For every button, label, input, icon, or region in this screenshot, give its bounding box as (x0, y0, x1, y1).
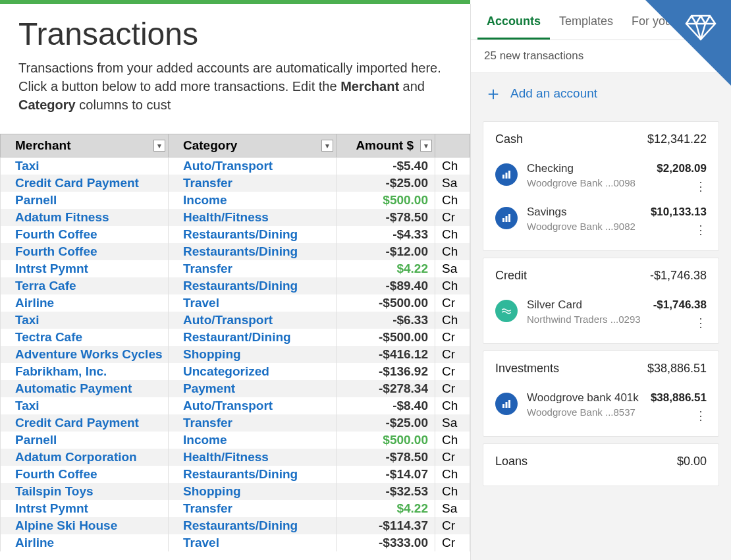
group-total: $38,886.51 (647, 362, 707, 376)
merchant-cell[interactable]: Credit Card Payment (1, 414, 169, 432)
account-row[interactable]: CheckingWoodgrove Bank ...0098$2,208.09⋮ (495, 155, 707, 199)
amount-cell: -$14.07 (337, 466, 435, 483)
merchant-cell[interactable]: Airline (1, 534, 169, 551)
table-row[interactable]: Intrst PymntTransfer$4.22Sa (1, 260, 470, 277)
category-cell[interactable]: Restaurants/Dining (169, 243, 337, 260)
table-row[interactable]: Intrst PymntTransfer$4.22Sa (1, 500, 470, 517)
merchant-cell[interactable]: Fourth Coffee (1, 226, 169, 243)
category-cell[interactable]: Auto/Transport (169, 312, 337, 329)
filter-dropdown-icon[interactable]: ▼ (321, 140, 333, 152)
category-cell[interactable]: Restaurants/Dining (169, 466, 337, 483)
category-cell[interactable]: Travel (169, 294, 337, 312)
merchant-cell[interactable]: Alpine Ski House (1, 517, 169, 534)
account-row[interactable]: SavingsWoodgrove Bank ...9082$10,133.13⋮ (495, 199, 707, 242)
table-row[interactable]: AirlineTravel-$333.00Cr (1, 534, 470, 551)
table-row[interactable]: Fabrikham, Inc.Uncategorized-$136.92Cr (1, 363, 470, 380)
merchant-cell[interactable]: Intrst Pymnt (1, 500, 169, 517)
account-cell: Ch (435, 192, 470, 209)
filter-dropdown-icon[interactable]: ▼ (153, 140, 165, 152)
account-group-card: Loans$0.00 (483, 443, 719, 486)
category-cell[interactable]: Transfer (169, 414, 337, 432)
category-cell[interactable]: Shopping (169, 483, 337, 500)
table-row[interactable]: Fourth CoffeeRestaurants/Dining-$4.33Ch (1, 226, 470, 243)
column-header-amount[interactable]: Amount $ ▼ (337, 134, 435, 157)
account-cell: Cr (435, 449, 470, 466)
merchant-cell[interactable]: Parnell (1, 192, 169, 209)
merchant-cell[interactable]: Credit Card Payment (1, 175, 169, 192)
table-row[interactable]: TaxiAuto/Transport-$5.40Ch (1, 157, 470, 175)
merchant-cell[interactable]: Automatic Payment (1, 380, 169, 397)
category-cell[interactable]: Restaurants/Dining (169, 517, 337, 534)
column-header-category[interactable]: Category ▼ (169, 134, 337, 157)
table-row[interactable]: AirlineTravel-$500.00Cr (1, 294, 470, 312)
merchant-cell[interactable]: Terra Cafe (1, 277, 169, 294)
table-row[interactable]: Adatum CorporationHealth/Fitness-$78.50C… (1, 449, 470, 466)
merchant-cell[interactable]: Adatum Corporation (1, 449, 169, 466)
column-header-account[interactable] (435, 134, 470, 157)
merchant-cell[interactable]: Taxi (1, 312, 169, 329)
merchant-cell[interactable]: Taxi (1, 157, 169, 175)
merchant-cell[interactable]: Fabrikham, Inc. (1, 363, 169, 380)
table-row[interactable]: Tectra CafeRestaurant/Dining-$500.00Cr (1, 329, 470, 346)
account-row[interactable]: Silver CardNorthwind Traders ...0293-$1,… (495, 292, 707, 335)
merchant-cell[interactable]: Tectra Cafe (1, 329, 169, 346)
merchant-cell[interactable]: Fourth Coffee (1, 466, 169, 483)
column-header-merchant[interactable]: Merchant ▼ (1, 134, 169, 157)
category-cell[interactable]: Transfer (169, 260, 337, 277)
category-cell[interactable]: Uncategorized (169, 363, 337, 380)
svg-rect-3 (502, 218, 504, 222)
filter-dropdown-icon[interactable]: ▼ (420, 140, 432, 152)
table-row[interactable]: Alpine Ski HouseRestaurants/Dining-$114.… (1, 517, 470, 534)
more-options-icon[interactable]: ⋮ (695, 181, 707, 192)
account-row[interactable]: Woodgrove bank 401kWoodgrove Bank ...853… (495, 385, 707, 428)
table-row[interactable]: Credit Card PaymentTransfer-$25.00Sa (1, 175, 470, 192)
category-cell[interactable]: Restaurant/Dining (169, 329, 337, 346)
more-options-icon[interactable]: ⋮ (695, 224, 707, 236)
account-group-card: Cash$12,341.22CheckingWoodgrove Bank ...… (483, 121, 719, 251)
table-row[interactable]: TaxiAuto/Transport-$8.40Ch (1, 397, 470, 414)
table-row[interactable]: ParnellIncome$500.00Ch (1, 432, 470, 449)
more-options-icon[interactable]: ⋮ (695, 410, 707, 422)
category-cell[interactable]: Shopping (169, 346, 337, 363)
category-cell[interactable]: Auto/Transport (169, 397, 337, 414)
table-row[interactable]: Fourth CoffeeRestaurants/Dining-$12.00Ch (1, 243, 470, 260)
account-icon (495, 300, 518, 322)
table-row[interactable]: Credit Card PaymentTransfer-$25.00Sa (1, 414, 470, 432)
category-cell[interactable]: Restaurants/Dining (169, 226, 337, 243)
merchant-cell[interactable]: Parnell (1, 432, 169, 449)
table-row[interactable]: Automatic PaymentPayment-$278.34Cr (1, 380, 470, 397)
category-cell[interactable]: Transfer (169, 175, 337, 192)
table-row[interactable]: TaxiAuto/Transport-$6.33Ch (1, 312, 470, 329)
account-balance: $38,886.51 (651, 391, 707, 405)
category-cell[interactable]: Health/Fitness (169, 209, 337, 226)
account-name: Savings (527, 206, 641, 219)
category-cell[interactable]: Travel (169, 534, 337, 551)
table-row[interactable]: Adventure Works CyclesShopping-$416.12Cr (1, 346, 470, 363)
account-cell: Sa (435, 175, 470, 192)
category-cell[interactable]: Income (169, 432, 337, 449)
account-group-card: Credit-$1,746.38Silver CardNorthwind Tra… (483, 258, 719, 344)
merchant-cell[interactable]: Airline (1, 294, 169, 312)
category-cell[interactable]: Restaurants/Dining (169, 277, 337, 294)
tab-templates[interactable]: Templates (550, 4, 622, 40)
table-row[interactable]: Fourth CoffeeRestaurants/Dining-$14.07Ch (1, 466, 470, 483)
merchant-cell[interactable]: Fourth Coffee (1, 243, 169, 260)
more-options-icon[interactable]: ⋮ (695, 317, 707, 329)
table-row[interactable]: Tailspin ToysShopping-$32.53Ch (1, 483, 470, 500)
category-cell[interactable]: Transfer (169, 500, 337, 517)
table-row[interactable]: Adatum FitnessHealth/Fitness-$78.50Cr (1, 209, 470, 226)
merchant-cell[interactable]: Taxi (1, 397, 169, 414)
merchant-cell[interactable]: Tailspin Toys (1, 483, 169, 500)
amount-cell: -$25.00 (337, 175, 435, 192)
merchant-cell[interactable]: Adventure Works Cycles (1, 346, 169, 363)
table-row[interactable]: ParnellIncome$500.00Ch (1, 192, 470, 209)
category-cell[interactable]: Income (169, 192, 337, 209)
table-row[interactable]: Terra CafeRestaurants/Dining-$89.40Ch (1, 277, 470, 294)
merchant-cell[interactable]: Intrst Pymnt (1, 260, 169, 277)
merchant-cell[interactable]: Adatum Fitness (1, 209, 169, 226)
group-title: Loans (495, 455, 528, 468)
category-cell[interactable]: Payment (169, 380, 337, 397)
category-cell[interactable]: Auto/Transport (169, 157, 337, 175)
tab-accounts[interactable]: Accounts (477, 4, 550, 40)
category-cell[interactable]: Health/Fitness (169, 449, 337, 466)
